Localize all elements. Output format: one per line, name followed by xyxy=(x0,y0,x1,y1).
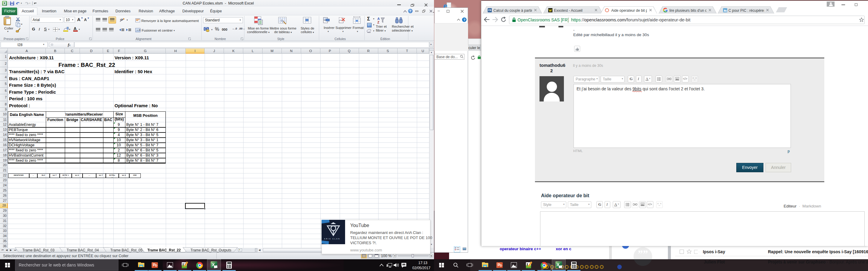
svg-text:ab: ab xyxy=(120,18,123,21)
svg-text:Z: Z xyxy=(377,21,379,24)
svg-text:A: A xyxy=(377,17,380,21)
